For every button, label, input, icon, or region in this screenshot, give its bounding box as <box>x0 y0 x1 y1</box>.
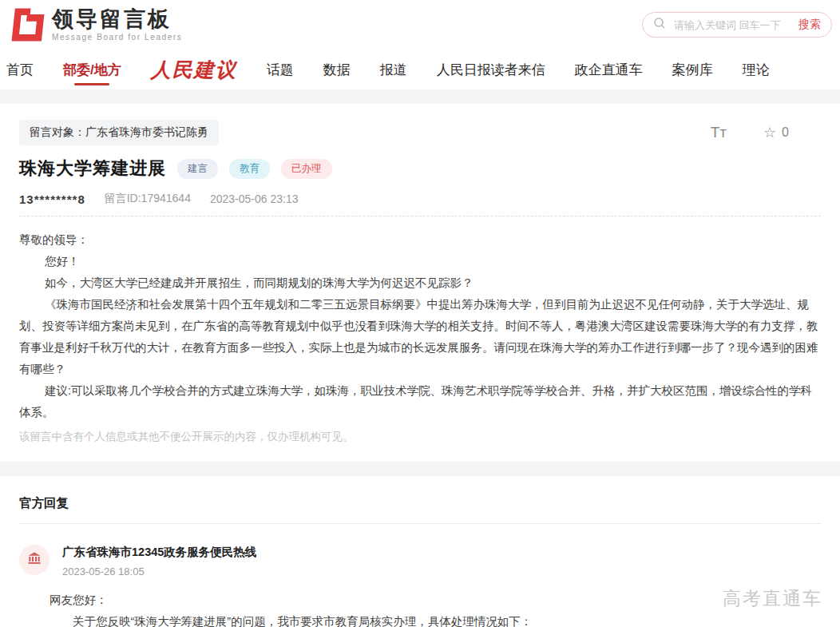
message-author: 13********8 <box>19 192 85 206</box>
watermark: 高考直通车 <box>723 586 822 611</box>
nav-item-gov-enterprise[interactable]: 政企直通车 <box>575 50 643 89</box>
tag-handled: 已办理 <box>281 159 332 179</box>
message-paragraph: 《珠海市国民经济和社会发展第十四个五年规划和二零三五远景目标纲要》中提出筹办珠海… <box>19 294 821 380</box>
official-reply-heading: 官方回复 <box>19 495 821 512</box>
privacy-note: 该留言中含有个人信息或其他不便公开展示的内容，仅办理机构可见。 <box>19 430 821 444</box>
government-building-icon <box>26 550 42 569</box>
site-title: 领导留言板 <box>52 9 182 30</box>
nav-item-data[interactable]: 数据 <box>323 50 351 89</box>
message-title: 珠海大学筹建进展 <box>19 157 166 181</box>
site-logo[interactable]: 领导留言板 Message Board for Leaders <box>8 6 182 43</box>
reply-paragraph: 关于您反映“珠海大学筹建进展”的问题，我市要求市教育局核实办理，具体处理情况如下… <box>50 611 821 627</box>
message-time: 2023-05-06 23:13 <box>210 192 299 205</box>
reply-paragraph: 网友您好： <box>50 589 821 611</box>
top-header: 领导留言板 Message Board for Leaders 搜索 <box>0 0 840 50</box>
message-target-badge: 留言对象：广东省珠海市委书记陈勇 <box>19 120 219 145</box>
site-subtitle: Message Board for Leaders <box>52 33 182 42</box>
nav-item-ministries[interactable]: 部委/地方 <box>63 50 121 89</box>
message-id: 留言ID:17941644 <box>105 192 191 206</box>
message-card: 留言对象：广东省珠海市委书记陈勇 Tт ☆ 0 珠海大学筹建进展 建言 教育 已… <box>0 120 840 462</box>
star-icon: ☆ <box>763 124 776 141</box>
agency-avatar <box>19 545 50 575</box>
font-size-icon[interactable]: Tт <box>711 124 727 141</box>
nav-item-theory[interactable]: 理论 <box>743 50 770 89</box>
nav-item-reader-letters[interactable]: 人民日报读者来信 <box>437 50 545 89</box>
favorite-count: 0 <box>782 125 789 140</box>
tag-education: 教育 <box>229 159 270 179</box>
reply-time: 2023-05-26 18:05 <box>62 565 256 577</box>
message-paragraph: 您好！ <box>19 251 821 272</box>
favorite-button[interactable]: ☆ 0 <box>763 124 789 141</box>
message-meta: 13********8 留言ID:17941644 2023-05-06 23:… <box>19 192 821 206</box>
nav-item-case-library[interactable]: 案例库 <box>672 50 713 89</box>
dashed-divider <box>19 216 821 216</box>
nav-item-home[interactable]: 首页 <box>6 50 34 89</box>
message-body: 尊敬的领导： 您好！ 如今，大湾区大学已经建成并开展招生，而同期规划的珠海大学为… <box>19 229 821 423</box>
divider-band <box>0 89 840 104</box>
search-button[interactable]: 搜索 <box>798 18 821 32</box>
nav-item-peoples-advice[interactable]: 人民建议 <box>151 50 237 89</box>
agency-name[interactable]: 广东省珠海市12345政务服务便民热线 <box>62 545 256 560</box>
official-reply-section: 官方回复 广东省珠海市12345政务服务便民热线 2023-05-26 18:0… <box>0 495 840 627</box>
nav-item-topics[interactable]: 话题 <box>267 50 294 89</box>
reply-body: 网友您好： 关于您反映“珠海大学筹建进展”的问题，我市要求市教育局核实办理，具体… <box>50 589 821 627</box>
message-paragraph: 尊敬的领导： <box>19 229 821 251</box>
tag-suggestion: 建言 <box>177 159 218 179</box>
nav-item-reports[interactable]: 报道 <box>380 50 407 89</box>
logo-text: 领导留言板 Message Board for Leaders <box>52 9 182 42</box>
main-nav: 首页 部委/地方 人民建议 话题 数据 报道 人民日报读者来信 政企直通车 案例… <box>0 50 840 89</box>
divider-band <box>0 462 840 476</box>
message-toolbar: Tт ☆ 0 <box>711 124 789 141</box>
message-paragraph: 建议:可以采取将几个学校合并的方式建立珠海大学，如珠海，职业技术学院、珠海艺术职… <box>19 380 821 423</box>
reply-divider <box>19 523 821 524</box>
message-board-logo-icon <box>8 6 45 43</box>
search-box[interactable]: 搜索 <box>642 12 832 38</box>
search-icon <box>653 17 666 33</box>
search-input[interactable] <box>672 18 792 32</box>
message-paragraph: 如今，大湾区大学已经建成并开展招生，而同期规划的珠海大学为何迟迟不见踪影？ <box>19 272 821 294</box>
